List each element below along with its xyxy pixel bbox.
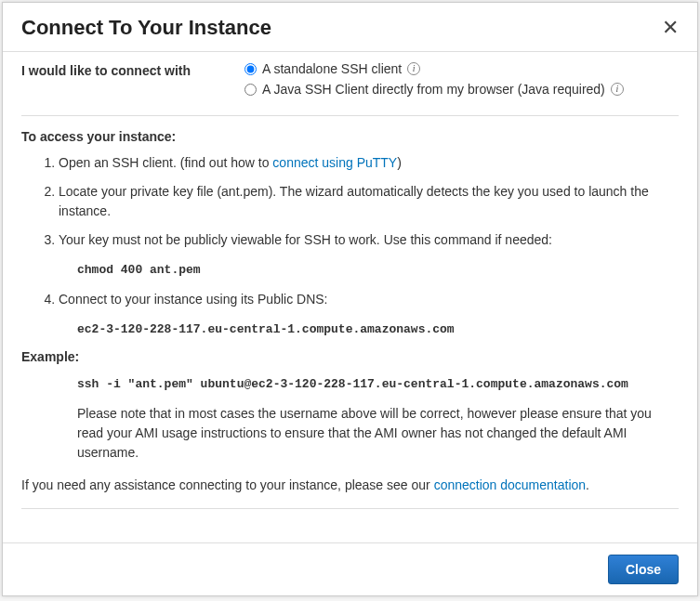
dialog-header: Connect To Your Instance ✕ <box>3 3 697 52</box>
public-dns: ec2-3-120-228-117.eu-central-1.compute.a… <box>77 322 679 336</box>
dialog-footer: Close <box>3 542 697 595</box>
close-icon[interactable]: ✕ <box>662 18 679 38</box>
dialog-body: I would like to connect with A standalon… <box>3 52 697 542</box>
connect-method-label: I would like to connect with <box>21 61 244 78</box>
connect-method-options: A standalone SSH client i A Java SSH Cli… <box>244 61 679 102</box>
putty-link[interactable]: connect using PuTTY <box>272 155 397 170</box>
info-icon[interactable]: i <box>611 83 624 96</box>
username-note: Please note that in most cases the usern… <box>77 404 679 463</box>
step-text: ) <box>397 155 402 170</box>
access-heading: To access your instance: <box>21 129 679 144</box>
access-steps-cont: Connect to your instance using its Publi… <box>21 290 679 309</box>
assist-pre: If you need any assistance connecting to… <box>21 477 434 492</box>
divider <box>21 508 679 509</box>
divider <box>21 115 679 116</box>
step-open-ssh: Open an SSH client. (find out how to con… <box>59 153 679 173</box>
info-icon[interactable]: i <box>407 62 420 75</box>
step-connect-dns: Connect to your instance using its Publi… <box>59 290 679 309</box>
dialog-title: Connect To Your Instance <box>21 16 271 40</box>
access-steps: Open an SSH client. (find out how to con… <box>21 153 679 250</box>
example-heading: Example: <box>21 349 679 364</box>
radio-java-ssh-input[interactable] <box>244 84 257 96</box>
chmod-command: chmod 400 ant.pem <box>77 263 679 277</box>
assist-post: . <box>586 477 589 492</box>
connect-instance-dialog: Connect To Your Instance ✕ I would like … <box>2 2 698 596</box>
ssh-command: ssh -i "ant.pem" ubuntu@ec2-3-120-228-11… <box>77 377 679 391</box>
radio-standalone-ssh-input[interactable] <box>244 63 257 75</box>
assistance-text: If you need any assistance connecting to… <box>21 476 679 495</box>
step-locate-key: Locate your private key file (ant.pem). … <box>59 182 679 221</box>
connection-docs-link[interactable]: connection documentation <box>434 477 586 492</box>
radio-java-ssh[interactable]: A Java SSH Client directly from my brows… <box>244 82 679 97</box>
radio-standalone-ssh[interactable]: A standalone SSH client i <box>244 61 679 76</box>
step-chmod: Your key must not be publicly viewable f… <box>59 230 679 250</box>
radio-label: A standalone SSH client <box>262 61 402 76</box>
connect-method-row: I would like to connect with A standalon… <box>21 61 679 102</box>
radio-label: A Java SSH Client directly from my brows… <box>262 82 605 97</box>
close-button[interactable]: Close <box>608 555 679 584</box>
step-text: Open an SSH client. (find out how to <box>59 155 272 170</box>
